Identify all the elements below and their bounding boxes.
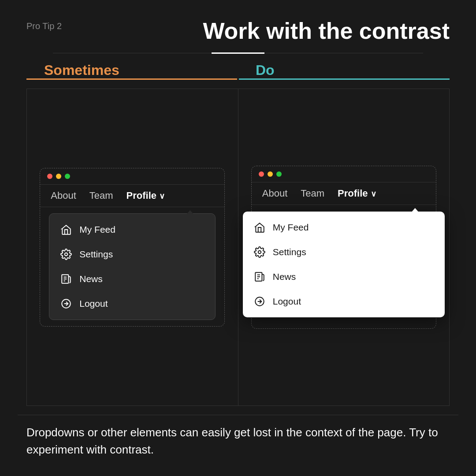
tl-yellow-right	[268, 171, 273, 177]
tl-yellow-left	[56, 174, 61, 179]
svg-point-6	[258, 251, 261, 254]
news-icon-light	[253, 271, 266, 283]
tl-red-right	[259, 171, 264, 177]
pro-tip-label: Pro Tip 2	[26, 21, 62, 31]
titlebar-right	[252, 166, 436, 182]
main-content: Sometimes Do	[0, 53, 476, 415]
nav-profile-left[interactable]: Profile ∨	[126, 190, 165, 201]
dropdown-dark[interactable]: My Feed Settings	[49, 213, 216, 320]
myfeed-label-dark: My Feed	[79, 224, 115, 235]
logout-label-dark: Logout	[79, 298, 108, 309]
tl-green-right	[276, 171, 282, 177]
panel-sometimes: About Team Profile ∨	[26, 89, 238, 406]
browser-do-container: About Team Profile ∨	[251, 166, 436, 329]
home-icon-dark	[60, 223, 72, 236]
home-icon-light	[253, 221, 266, 234]
news-label-dark: News	[79, 274, 103, 284]
nav-left: About Team Profile ∨	[40, 184, 224, 207]
dropdown-item-logout-light[interactable]: Logout	[243, 289, 445, 314]
settings-icon-light	[253, 246, 266, 258]
comparison-row: About Team Profile ∨	[18, 80, 458, 415]
dropdown-item-news-light[interactable]: News	[243, 264, 445, 289]
news-label-light: News	[273, 271, 296, 282]
logout-icon-light	[253, 295, 266, 308]
main-title: Work with the contrast	[203, 18, 450, 44]
header-divider-wrapper	[0, 53, 476, 53]
header: Pro Tip 2 Work with the contrast	[0, 0, 476, 53]
logout-label-light: Logout	[273, 296, 301, 307]
nav-team-left[interactable]: Team	[89, 190, 113, 201]
svg-point-0	[65, 253, 68, 256]
nav-about-left[interactable]: About	[51, 190, 76, 201]
settings-label-dark: Settings	[79, 249, 113, 260]
logout-icon-dark	[60, 298, 72, 310]
tl-red-left	[47, 174, 52, 179]
header-divider	[53, 53, 423, 53]
dropdown-item-news-dark[interactable]: News	[49, 267, 215, 291]
nav-about-right[interactable]: About	[262, 188, 288, 199]
nav-profile-right[interactable]: Profile ∨	[338, 188, 376, 199]
nav-right: About Team Profile ∨	[252, 182, 436, 205]
dropdown-item-myfeed-light[interactable]: My Feed	[243, 215, 445, 240]
dropdown-item-logout-dark[interactable]: Logout	[49, 291, 215, 316]
news-icon-dark	[60, 273, 72, 285]
dropdown-item-settings-light[interactable]: Settings	[243, 240, 445, 264]
page-wrapper: Pro Tip 2 Work with the contrast Sometim…	[0, 0, 476, 476]
chevron-left: ∨	[159, 192, 165, 201]
panel-do: About Team Profile ∨	[238, 89, 450, 406]
chevron-right: ∨	[371, 190, 376, 198]
section-labels: Sometimes Do	[18, 53, 458, 78]
dropdown-item-settings-dark[interactable]: Settings	[49, 242, 215, 267]
settings-label-light: Settings	[273, 247, 306, 257]
dropdown-light[interactable]: My Feed Settings	[243, 212, 445, 317]
browser-sometimes: About Team Profile ∨	[40, 168, 225, 327]
dropdown-item-myfeed-dark[interactable]: My Feed	[49, 217, 215, 242]
myfeed-label-light: My Feed	[273, 222, 309, 233]
settings-icon-dark	[60, 248, 72, 260]
tl-green-left	[65, 174, 70, 179]
nav-team-right[interactable]: Team	[301, 188, 324, 199]
browser-do: About Team Profile ∨	[251, 166, 436, 329]
footer-text: Dropdowns or other elements can easily g…	[0, 415, 476, 476]
titlebar-left	[40, 168, 224, 184]
